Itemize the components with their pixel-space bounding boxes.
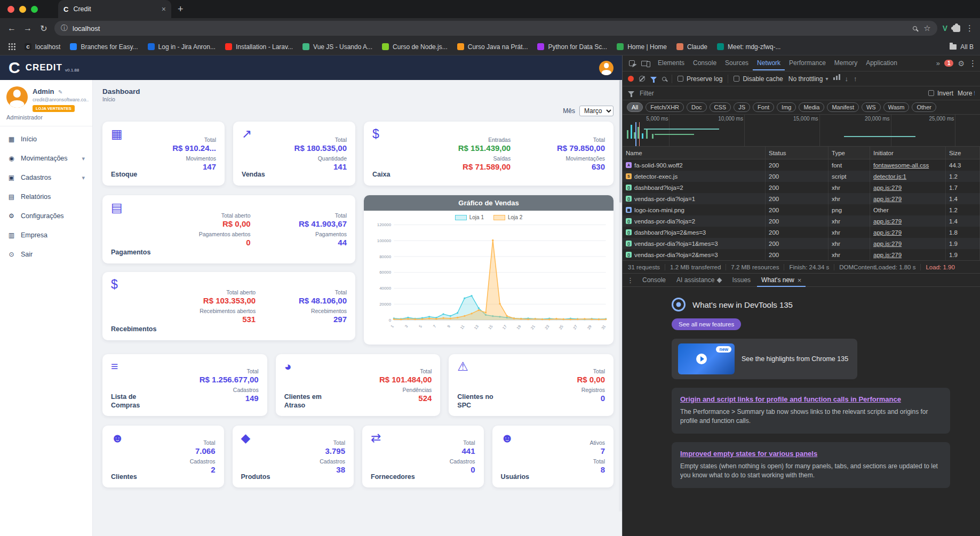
back-icon[interactable]: ← bbox=[6, 23, 17, 33]
bookmark-item[interactable]: Installation - Larav... bbox=[220, 41, 298, 53]
filter-chip-css[interactable]: CSS bbox=[710, 102, 731, 112]
network-overview[interactable]: 5,000 ms10,000 ms15,000 ms20,000 ms25,00… bbox=[623, 115, 980, 147]
bookmark-item[interactable]: Log in - Jira Anron... bbox=[143, 41, 220, 53]
search-icon[interactable] bbox=[913, 26, 917, 30]
browser-menu-icon[interactable]: ⋮ bbox=[966, 23, 974, 33]
throttling-dropdown[interactable]: No throttling ▾ bbox=[788, 75, 828, 83]
filter-chip-ws[interactable]: WS bbox=[862, 102, 881, 112]
bookmark-item[interactable]: Meet: mdg-zfwq-... bbox=[712, 41, 785, 53]
filter-input[interactable] bbox=[639, 89, 713, 98]
preserve-log-checkbox[interactable]: Preserve log bbox=[678, 75, 722, 83]
initiator-link[interactable]: app.js:279 bbox=[873, 185, 902, 191]
site-info-icon[interactable]: ⓘ bbox=[61, 23, 68, 33]
feature-link[interactable]: Origin and script links for profile and … bbox=[680, 395, 901, 403]
export-har-icon[interactable]: ↑ bbox=[854, 75, 857, 83]
legend-loja2[interactable]: Loja 2 bbox=[493, 214, 522, 220]
error-count-badge[interactable]: 1 bbox=[944, 60, 954, 67]
devtools-settings-icon[interactable]: ⚙ bbox=[958, 59, 965, 68]
initiator-link[interactable]: app.js:279 bbox=[873, 229, 902, 236]
column-header-name[interactable]: Name bbox=[623, 147, 766, 159]
refresh-icon[interactable]: ↻ bbox=[38, 23, 49, 34]
zoom-window-button[interactable] bbox=[31, 6, 38, 13]
forward-icon[interactable]: → bbox=[22, 23, 33, 33]
sidebar-item-movimentacoes[interactable]: ◉Movimentações▾ bbox=[0, 149, 92, 168]
bookmark-item[interactable]: Curso de Node.js... bbox=[377, 41, 452, 53]
edit-profile-icon[interactable]: ✎ bbox=[58, 89, 62, 95]
bookmark-star-icon[interactable]: ☆ bbox=[923, 23, 930, 33]
drawer-tab-whats-new[interactable]: What's new × bbox=[757, 274, 806, 287]
extensions-icon[interactable] bbox=[953, 25, 960, 32]
initiator-link[interactable]: detector.js:1 bbox=[873, 173, 906, 180]
bookmark-item[interactable]: Vue JS - Usando A... bbox=[298, 41, 377, 53]
drawer-tab-console[interactable]: Console bbox=[638, 274, 670, 286]
sidebar-item-configuracoes[interactable]: ⚙Configurações bbox=[0, 206, 92, 226]
tab-application[interactable]: Application bbox=[862, 56, 902, 70]
tab-performance[interactable]: Performance bbox=[785, 56, 830, 70]
device-toolbar-icon[interactable] bbox=[641, 61, 648, 66]
filter-chip-wasm[interactable]: Wasm bbox=[883, 102, 910, 112]
sidebar-item-relatorios[interactable]: ▤Relatórios bbox=[0, 187, 92, 206]
initiator-link[interactable]: fontawesome-all.css bbox=[873, 162, 929, 169]
initiator-link[interactable]: app.js:279 bbox=[873, 252, 902, 258]
address-bar[interactable]: ⓘ localhost ☆ bbox=[54, 21, 937, 36]
bookmark-item[interactable]: Curso Java na Prát... bbox=[452, 41, 533, 53]
network-search-icon[interactable] bbox=[662, 77, 666, 81]
sidebar-item-inicio[interactable]: ▦Início bbox=[0, 130, 92, 149]
table-row[interactable]: {}dashboard?loja=2&mes=3200xhrapp.js:279… bbox=[623, 227, 980, 238]
table-row[interactable]: {}dashboard?loja=2200xhrapp.js:2791.7 bbox=[623, 182, 980, 193]
tab-sources[interactable]: Sources bbox=[721, 56, 753, 70]
import-har-icon[interactable]: ↓ bbox=[844, 75, 848, 83]
disable-cache-checkbox[interactable]: Disable cache bbox=[734, 75, 783, 83]
bookmark-item[interactable]: Branches for Easy... bbox=[65, 41, 142, 53]
devtools-menu-icon[interactable]: ⋮ bbox=[969, 59, 977, 68]
record-button[interactable] bbox=[628, 76, 634, 82]
month-select[interactable]: Março bbox=[579, 106, 614, 116]
column-header-status[interactable]: Status bbox=[766, 147, 828, 159]
bookmark-item[interactable]: Claude bbox=[672, 41, 712, 53]
drawer-tab-ai-assistance[interactable]: AI assistance bbox=[672, 274, 726, 286]
inspect-element-icon[interactable] bbox=[629, 60, 635, 66]
filter-chip-img[interactable]: Img bbox=[777, 102, 796, 112]
table-row[interactable]: Sdetector-exec.js200scriptdetector.js:11… bbox=[623, 171, 980, 182]
more-tabs-icon[interactable]: » bbox=[936, 59, 940, 67]
clear-icon[interactable] bbox=[639, 76, 645, 82]
filter-chip-font[interactable]: Font bbox=[753, 102, 774, 112]
table-row[interactable]: {}vendas-por-dia?loja=2&mes=3200xhrapp.j… bbox=[623, 249, 980, 260]
column-header-type[interactable]: Type bbox=[828, 147, 870, 159]
close-window-button[interactable] bbox=[7, 6, 14, 13]
tab-console[interactable]: Console bbox=[689, 56, 721, 70]
chrome-highlights-card[interactable]: new See the highlights from Chrome 135 bbox=[672, 339, 857, 379]
sidebar-item-sair[interactable]: ⊙Sair bbox=[0, 245, 92, 264]
apps-grid-icon[interactable] bbox=[9, 43, 10, 45]
close-drawer-tab-icon[interactable]: × bbox=[798, 276, 802, 284]
tab-close-icon[interactable]: × bbox=[162, 5, 166, 13]
feature-link[interactable]: Improved empty states for various panels bbox=[680, 450, 817, 458]
initiator-link[interactable]: app.js:279 bbox=[873, 196, 902, 202]
browser-tab[interactable]: C Credit × bbox=[58, 0, 171, 18]
initiator-link[interactable]: app.js:279 bbox=[873, 218, 902, 225]
initiator-link[interactable]: app.js:279 bbox=[873, 241, 902, 247]
sidebar-item-empresa[interactable]: ▥Empresa bbox=[0, 226, 92, 245]
network-conditions-icon[interactable] bbox=[833, 77, 835, 80]
table-row[interactable]: {}vendas-por-dia?loja=2200xhrapp.js:2791… bbox=[623, 215, 980, 227]
bookmark-item[interactable]: Clocalhost bbox=[20, 41, 65, 53]
filter-chip-js[interactable]: JS bbox=[734, 102, 750, 112]
new-tab-button[interactable]: + bbox=[178, 4, 184, 15]
url-text[interactable]: localhost bbox=[73, 25, 908, 33]
filter-chip-fetchxhr[interactable]: Fetch/XHR bbox=[646, 102, 684, 112]
drawer-menu-icon[interactable]: ⋮ bbox=[627, 276, 634, 284]
tab-network[interactable]: Network bbox=[753, 56, 785, 70]
drawer-tab-issues[interactable]: Issues bbox=[728, 274, 755, 286]
avatar[interactable] bbox=[6, 86, 28, 108]
filter-chip-all[interactable]: All bbox=[627, 102, 643, 112]
header-avatar[interactable] bbox=[599, 61, 614, 75]
more-filters-dropdown[interactable]: More filters bbox=[958, 90, 975, 97]
invert-checkbox[interactable]: Invert bbox=[928, 90, 953, 97]
minimize-window-button[interactable] bbox=[19, 6, 26, 13]
video-thumbnail[interactable]: new bbox=[678, 343, 735, 374]
vue-extension-icon[interactable]: V bbox=[943, 24, 947, 33]
tab-memory[interactable]: Memory bbox=[830, 56, 862, 70]
bookmark-item[interactable]: Python for Data Sc... bbox=[532, 41, 612, 53]
legend-loja1[interactable]: Loja 1 bbox=[455, 214, 484, 220]
filter-chip-manifest[interactable]: Manifest bbox=[827, 102, 859, 112]
